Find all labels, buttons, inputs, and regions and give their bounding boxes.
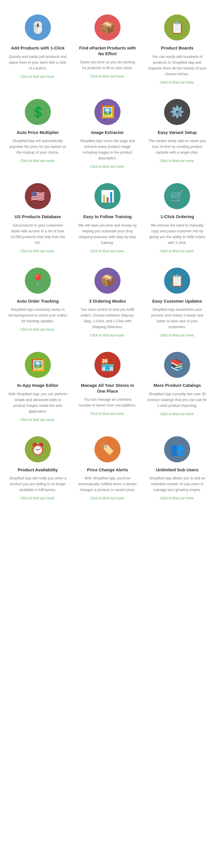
easy-training-link[interactable]: Click to find out more. (90, 249, 125, 253)
us-products-link[interactable]: Click to find out more. (20, 249, 55, 253)
one-click-ordering-title: 1-Click Ordering (160, 214, 194, 220)
one-click-ordering-desc: We remove the need to manually copy and … (148, 222, 207, 246)
more-catalogs-link[interactable]: Click to find out more. (160, 412, 195, 416)
feature-card-us-products: 🇺🇸 US Products Database Get products to … (3, 175, 73, 259)
price-change-alerts-title: Price Change Alerts (87, 467, 128, 473)
auto-order-tracking-icon: 📍 (25, 268, 51, 294)
feature-card-in-app-image: 🖼️ In-App Image Editor With Shopified Ap… (3, 343, 73, 428)
product-boards-icon: 📋 (164, 14, 190, 40)
us-products-icon: 🇺🇸 (25, 183, 51, 209)
one-click-ordering-link[interactable]: Click to find out more. (160, 249, 195, 253)
auto-order-tracking-link[interactable]: Click to find out more. (20, 328, 55, 332)
feature-card-easy-customer-updates: 📋 Easy Customer Updates Shopified App st… (142, 259, 212, 343)
image-extractor-icon: 🖼️ (95, 99, 120, 125)
feature-card-easy-training: 📊 Easy to Follow Training We will save y… (73, 175, 142, 259)
more-catalogs-title: More Product Catalogs (153, 382, 201, 388)
image-extractor-link[interactable]: Click to find out more. (90, 165, 125, 169)
us-products-desc: Get products to your customers faster wi… (8, 222, 67, 246)
auto-price-desc: Shopified App will automatically populat… (8, 138, 67, 155)
price-change-alerts-icon: 🏷️ (95, 436, 120, 462)
in-app-image-link[interactable]: Click to find out more. (20, 418, 55, 422)
product-availability-desc: Shopified App will notify you when a pro… (8, 475, 67, 493)
feature-card-product-availability: ⏰ Product Availability Shopified App wil… (3, 428, 73, 506)
more-catalogs-icon: 📚 (164, 352, 190, 378)
feature-card-more-catalogs: 📚 More Product Catalogs Shopified App cu… (142, 343, 212, 428)
product-boards-link[interactable]: Click to find out more. (160, 81, 195, 85)
add-products-title: Add Products with 1-Click (11, 45, 65, 51)
find-epacket-title: Find ePacket Products with No Effort (78, 45, 137, 56)
feature-card-product-boards: 📋 Product Boards You can easily add hund… (142, 6, 212, 90)
feature-card-easy-variant: ⚙️ Easy Variant Setup The variant setup … (142, 90, 212, 175)
features-grid: 🖱️ Add Products with 1-Click Quickly and… (0, 0, 215, 512)
auto-price-title: Auto Price Multiplier (17, 130, 59, 135)
manage-stores-icon: 🏪 (95, 352, 120, 378)
ordering-modes-title: 3 Ordering Modes (89, 298, 126, 304)
product-availability-icon: ⏰ (25, 436, 51, 462)
product-boards-desc: You can easily add hundreds of products … (148, 54, 207, 77)
easy-variant-desc: The variant setup add-on saves you tons … (148, 138, 207, 155)
auto-price-icon: 💲 (25, 99, 51, 125)
in-app-image-desc: With Shopified App, you can perform simp… (8, 391, 67, 414)
feature-card-ordering-modes: 📦 3 Ordering Modes You have control of h… (73, 259, 142, 343)
price-change-alerts-desc: With Shopified App, you'll be automatica… (78, 475, 137, 493)
ordering-modes-desc: You have control of how you fulfill orde… (78, 307, 137, 330)
more-catalogs-desc: Shopified App currently has over 30 prod… (148, 391, 207, 408)
in-app-image-icon: 🖼️ (25, 352, 51, 378)
unlimited-sub-users-link[interactable]: Click to find out more. (160, 496, 195, 500)
easy-customer-updates-icon: 📋 (164, 268, 190, 294)
feature-card-auto-order-tracking: 📍 Auto Order Tracking Shopified App cons… (3, 259, 73, 343)
add-products-link[interactable]: Click to find out more. (20, 75, 55, 79)
product-availability-link[interactable]: Click to find out more. (20, 496, 55, 500)
ordering-modes-icon: 📦 (95, 268, 120, 294)
easy-customer-updates-desc: Shopified App streamlines your process a… (148, 307, 207, 330)
product-boards-title: Product Boards (161, 45, 193, 51)
find-epacket-desc: Saves you time as you are looking for pr… (78, 59, 137, 71)
unlimited-sub-users-title: Unlimited Sub Users (156, 467, 199, 473)
easy-training-icon: 📊 (95, 183, 120, 209)
auto-order-tracking-title: Auto Order Tracking (17, 298, 59, 304)
manage-stores-desc: You can manage an unlimited number of st… (78, 397, 137, 408)
feature-card-price-change-alerts: 🏷️ Price Change Alerts With Shopified Ap… (73, 428, 142, 506)
easy-customer-updates-link[interactable]: Click to find out more. (160, 333, 195, 337)
feature-card-image-extractor: 🖼️ Image Extractor Shopified App scans t… (73, 90, 142, 175)
easy-training-title: Easy to Follow Training (83, 214, 132, 220)
feature-card-unlimited-sub-users: 👥 Unlimited Sub Users Shopified App allo… (142, 428, 212, 506)
feature-card-manage-stores: 🏪 Manage All Your Stores in One Place Yo… (73, 343, 142, 428)
manage-stores-link[interactable]: Click to find out more. (90, 412, 125, 416)
ordering-modes-link[interactable]: Click to find out more. (90, 333, 125, 337)
find-epacket-icon: 📦 (95, 14, 120, 40)
us-products-title: US Products Database (14, 214, 61, 220)
product-availability-title: Product Availability (17, 467, 58, 473)
easy-variant-link[interactable]: Click to find out more. (160, 159, 195, 163)
find-epacket-link[interactable]: Click to find out more. (90, 74, 125, 79)
easy-variant-title: Easy Variant Setup (158, 130, 197, 135)
feature-card-add-products: 🖱️ Add Products with 1-Click Quickly and… (3, 6, 73, 90)
add-products-icon: 🖱️ (25, 14, 51, 40)
easy-training-desc: We will save you time and money by helpi… (78, 222, 137, 246)
easy-customer-updates-title: Easy Customer Updates (152, 298, 202, 304)
auto-price-link[interactable]: Click to find out more. (20, 159, 55, 163)
in-app-image-title: In-App Image Editor (17, 382, 58, 388)
manage-stores-title: Manage All Your Stores in One Place (78, 382, 137, 394)
feature-card-one-click-ordering: 🛒 1-Click Ordering We remove the need to… (142, 175, 212, 259)
easy-variant-icon: ⚙️ (164, 99, 190, 125)
image-extractor-desc: Shopified App scans the page and extract… (78, 138, 137, 161)
add-products-desc: Quickly and easily pull products and pla… (8, 54, 67, 71)
feature-card-auto-price: 💲 Auto Price Multiplier Shopified App wi… (3, 90, 73, 175)
unlimited-sub-users-desc: Shopified App allows you to add an unlim… (148, 475, 207, 493)
feature-card-find-epacket: 📦 Find ePacket Products with No Effort S… (73, 6, 142, 90)
unlimited-sub-users-icon: 👥 (164, 436, 190, 462)
auto-order-tracking-desc: Shopified App constantly works in the ba… (8, 307, 67, 324)
image-extractor-title: Image Extractor (91, 130, 124, 135)
price-change-alerts-link[interactable]: Click to find out more. (90, 496, 125, 500)
one-click-ordering-icon: 🛒 (164, 183, 190, 209)
